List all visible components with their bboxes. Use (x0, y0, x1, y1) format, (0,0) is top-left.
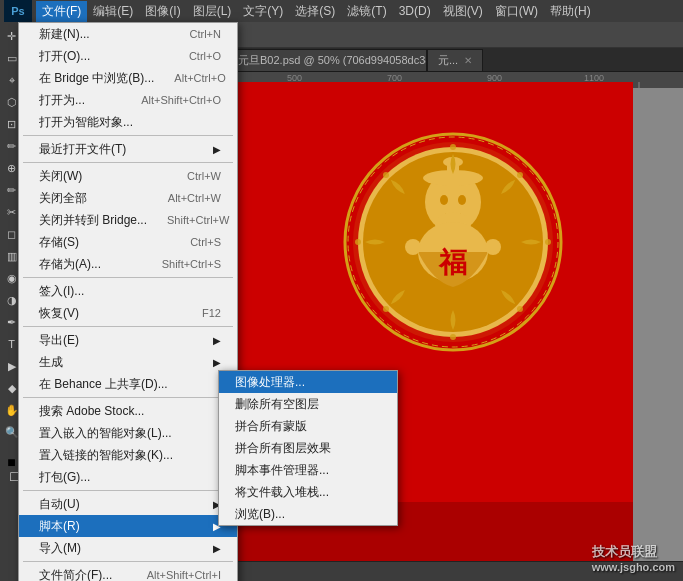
dropdown-overlay: 新建(N)... Ctrl+N 打开(O)... Ctrl+O 在 Bridge… (0, 0, 683, 581)
export-arrow: ▶ (213, 335, 221, 346)
separator-2 (23, 162, 233, 163)
separator-3 (23, 277, 233, 278)
menu-close-all[interactable]: 关闭全部 Alt+Ctrl+W (19, 187, 237, 209)
menu-file-info[interactable]: 文件简介(F)... Alt+Shift+Ctrl+I (19, 564, 237, 581)
menu-package[interactable]: 打包(G)... (19, 466, 237, 488)
menu-import[interactable]: 导入(M) ▶ (19, 537, 237, 559)
submenu-flatten-effects[interactable]: 拼合所有图层效果 (219, 437, 397, 459)
menu-checkin[interactable]: 签入(I)... (19, 280, 237, 302)
import-arrow: ▶ (213, 543, 221, 554)
menu-export[interactable]: 导出(E) ▶ (19, 329, 237, 351)
menu-revert[interactable]: 恢复(V) F12 (19, 302, 237, 324)
separator-4 (23, 326, 233, 327)
menu-save[interactable]: 存储(S) Ctrl+S (19, 231, 237, 253)
menu-place-smart[interactable]: 置入链接的智能对象(K)... (19, 444, 237, 466)
file-menu-dropdown: 新建(N)... Ctrl+N 打开(O)... Ctrl+O 在 Bridge… (18, 22, 238, 581)
menu-close-bridge[interactable]: 关闭并转到 Bridge... Shift+Ctrl+W (19, 209, 237, 231)
menu-new[interactable]: 新建(N)... Ctrl+N (19, 23, 237, 45)
scripts-submenu: 图像处理器... 删除所有空图层 拼合所有蒙版 拼合所有图层效果 脚本事件管理器… (218, 370, 398, 526)
menu-recent[interactable]: 最近打开文件(T) ▶ (19, 138, 237, 160)
separator-6 (23, 490, 233, 491)
menu-open-smart[interactable]: 打开为智能对象... (19, 111, 237, 133)
submenu-flatten-layers[interactable]: 拼合所有蒙版 (219, 415, 397, 437)
submenu-delete-empty[interactable]: 删除所有空图层 (219, 393, 397, 415)
menu-scripts[interactable]: 脚本(R) ▶ (19, 515, 237, 537)
submenu-load-files[interactable]: 将文件载入堆栈... (219, 481, 397, 503)
separator-1 (23, 135, 233, 136)
submenu-script-events[interactable]: 脚本事件管理器... (219, 459, 397, 481)
submenu-browse[interactable]: 浏览(B)... (219, 503, 397, 525)
menu-search-adobe[interactable]: 搜索 Adobe Stock... (19, 400, 237, 422)
separator-5 (23, 397, 233, 398)
menu-generate[interactable]: 生成 ▶ (19, 351, 237, 373)
menu-close[interactable]: 关闭(W) Ctrl+W (19, 165, 237, 187)
separator-7 (23, 561, 233, 562)
generate-arrow: ▶ (213, 357, 221, 368)
menu-behance[interactable]: 在 Behance 上共享(D)... (19, 373, 237, 395)
menu-open-as[interactable]: 打开为... Alt+Shift+Ctrl+O (19, 89, 237, 111)
submenu-image-processor[interactable]: 图像处理器... (219, 371, 397, 393)
menu-save-as[interactable]: 存储为(A)... Shift+Ctrl+S (19, 253, 237, 275)
menu-bridge-browse[interactable]: 在 Bridge 中浏览(B)... Alt+Ctrl+O (19, 67, 237, 89)
recent-arrow: ▶ (213, 144, 221, 155)
menu-automate[interactable]: 自动(U) ▶ (19, 493, 237, 515)
menu-place-linked[interactable]: 置入嵌入的智能对象(L)... (19, 422, 237, 444)
menu-open[interactable]: 打开(O)... Ctrl+O (19, 45, 237, 67)
